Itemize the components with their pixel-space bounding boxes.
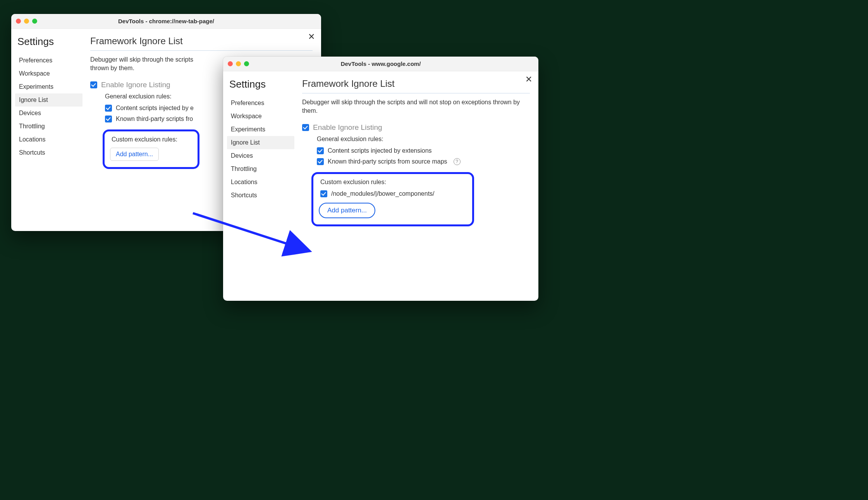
minimize-dot-icon[interactable] (236, 61, 241, 66)
content-scripts-row: Content scripts injected by extensions (317, 147, 530, 154)
window-title: DevTools - www.google.com/ (223, 60, 538, 67)
settings-heading: Settings (17, 36, 80, 48)
sidebar-item-devices[interactable]: Devices (15, 107, 83, 120)
sidebar-item-ignore-list[interactable]: Ignore List (227, 136, 294, 149)
close-icon[interactable]: ✕ (525, 75, 532, 84)
custom-pattern-checkbox[interactable] (320, 190, 327, 197)
add-pattern-button[interactable]: Add pattern... (319, 203, 375, 218)
settings-sidebar: Settings Preferences Workspace Experimen… (11, 29, 85, 231)
zoom-dot-icon[interactable] (244, 61, 249, 66)
sidebar-item-devices[interactable]: Devices (227, 149, 294, 162)
add-pattern-button[interactable]: Add pattern... (110, 148, 159, 161)
sidebar-item-preferences[interactable]: Preferences (15, 54, 83, 67)
sidebar-item-experiments[interactable]: Experiments (15, 80, 83, 93)
titlebar[interactable]: DevTools - chrome://new-tab-page/ (11, 14, 321, 29)
known-thirdparty-checkbox[interactable] (317, 158, 324, 165)
sidebar-item-locations[interactable]: Locations (15, 133, 83, 146)
sidebar-item-ignore-list[interactable]: Ignore List (15, 93, 83, 107)
traffic-lights (16, 19, 37, 24)
content-scripts-checkbox[interactable] (317, 147, 324, 154)
titlebar[interactable]: DevTools - www.google.com/ (223, 57, 538, 71)
custom-exclusion-highlight: Custom exclusion rules: Add pattern... (103, 129, 199, 169)
custom-pattern-text: /node_modules/|/bower_components/ (331, 190, 435, 197)
known-thirdparty-label: Known third-party scripts from source ma… (328, 158, 447, 165)
sidebar-item-locations[interactable]: Locations (227, 176, 294, 189)
traffic-lights (228, 61, 249, 66)
enable-ignore-listing-checkbox[interactable] (302, 124, 309, 131)
zoom-dot-icon[interactable] (32, 19, 37, 24)
general-exclusion-header: General exclusion rules: (317, 136, 530, 143)
description-text: Debugger will skip through the scripts a… (302, 98, 530, 115)
devtools-window-b: DevTools - www.google.com/ ✕ Settings Pr… (223, 57, 538, 301)
sidebar-item-experiments[interactable]: Experiments (227, 123, 294, 136)
custom-exclusion-header: Custom exclusion rules: (112, 136, 192, 143)
custom-pattern-row: /node_modules/|/bower_components/ (320, 190, 467, 197)
settings-content: Framework Ignore List Debugger will skip… (297, 71, 538, 301)
minimize-dot-icon[interactable] (24, 19, 29, 24)
divider (302, 93, 530, 93)
known-thirdparty-label: Known third-party scripts fro (116, 116, 193, 122)
enable-ignore-listing-label: Enable Ignore Listing (101, 81, 170, 89)
close-dot-icon[interactable] (16, 19, 21, 24)
page-title: Framework Ignore List (90, 36, 313, 47)
enable-ignore-listing-row: Enable Ignore Listing (302, 123, 530, 132)
close-icon[interactable]: ✕ (308, 33, 315, 41)
sidebar-item-workspace[interactable]: Workspace (227, 110, 294, 123)
sidebar-item-preferences[interactable]: Preferences (227, 97, 294, 110)
divider (90, 50, 313, 51)
help-icon[interactable]: ? (454, 158, 461, 165)
custom-exclusion-highlight: Custom exclusion rules: /node_modules/|/… (311, 172, 474, 226)
settings-heading: Settings (229, 78, 292, 90)
sidebar-item-shortcuts[interactable]: Shortcuts (227, 189, 294, 202)
enable-ignore-listing-checkbox[interactable] (90, 81, 97, 88)
sidebar-item-throttling[interactable]: Throttling (227, 162, 294, 176)
sidebar-item-workspace[interactable]: Workspace (15, 67, 83, 80)
page-title: Framework Ignore List (302, 78, 530, 89)
content-scripts-label: Content scripts injected by e (116, 105, 194, 112)
sidebar-item-shortcuts[interactable]: Shortcuts (15, 146, 83, 159)
known-thirdparty-row: Known third-party scripts from source ma… (317, 158, 530, 165)
close-dot-icon[interactable] (228, 61, 233, 66)
content-scripts-label: Content scripts injected by extensions (328, 147, 432, 154)
window-title: DevTools - chrome://new-tab-page/ (11, 18, 321, 24)
content-scripts-checkbox[interactable] (105, 105, 112, 112)
known-thirdparty-checkbox[interactable] (105, 116, 112, 122)
settings-sidebar: Settings Preferences Workspace Experimen… (223, 71, 297, 301)
sidebar-item-throttling[interactable]: Throttling (15, 120, 83, 133)
enable-ignore-listing-label: Enable Ignore Listing (313, 123, 382, 132)
custom-exclusion-header: Custom exclusion rules: (320, 179, 467, 186)
